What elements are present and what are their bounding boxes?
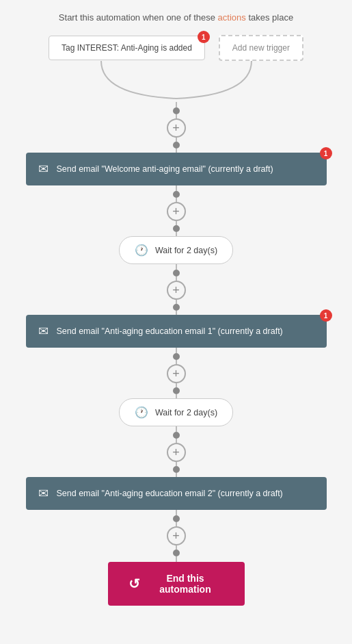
flow-item-4: + ✉ Send email "Anti-aging education ema… (7, 426, 345, 510)
flow-item-2: + 1 ✉ Send email "Anti-aging education e… (7, 264, 345, 348)
refresh-icon: ↺ (128, 576, 140, 592)
step-node (173, 466, 180, 473)
existing-trigger[interactable]: 1 Tag INTEREST: Anti-Aging is added (49, 36, 205, 60)
action-label-0: Send email "Welcome anti-aging email" (c… (57, 164, 273, 174)
end-automation-label: End this automation (147, 573, 224, 595)
add-step-button-2[interactable]: + (167, 281, 186, 300)
flow-item-3: + 🕐 Wait for 2 day(s) (7, 348, 345, 426)
step-node (173, 107, 180, 114)
step-node (173, 550, 180, 556)
mail-icon: ✉ (38, 162, 49, 177)
action-label-2: Send email "Anti-aging education email 2… (57, 489, 283, 498)
end-automation-button[interactable]: ↺ End this automation (108, 562, 245, 606)
flow-item-end: + ↺ End this automation (7, 510, 345, 606)
automation-canvas: Start this automation when one of these … (0, 0, 352, 626)
vline (176, 102, 177, 107)
add-step-button-4[interactable]: + (167, 443, 186, 462)
wait-label-1: Wait for 2 day(s) (155, 408, 217, 417)
vline (176, 510, 177, 515)
step-node (173, 432, 180, 439)
action-badge-1: 1 (320, 309, 332, 322)
add-step-button-end[interactable]: + (167, 526, 186, 545)
wait-block-1[interactable]: 🕐 Wait for 2 day(s) (119, 398, 233, 426)
trigger-area: 1 Tag INTEREST: Anti-Aging is added Add … (7, 35, 345, 102)
header-description: Start this automation when one of these … (7, 12, 345, 23)
add-step-button-1[interactable]: + (167, 202, 186, 221)
wait-block-0[interactable]: 🕐 Wait for 2 day(s) (119, 236, 233, 264)
step-node (173, 225, 180, 232)
flow-item-1: + 🕐 Wait for 2 day(s) (7, 185, 345, 264)
add-trigger-button[interactable]: Add new trigger (219, 35, 303, 61)
add-step-button-0[interactable]: + (167, 118, 186, 138)
step-node (173, 142, 180, 149)
vline (176, 185, 177, 191)
step-node (173, 191, 180, 198)
action-badge-0: 1 (320, 147, 332, 159)
add-step-button-3[interactable]: + (167, 364, 186, 383)
add-trigger-label: Add new trigger (232, 43, 290, 53)
mail-icon: ✉ (38, 324, 49, 339)
action-block-0[interactable]: 1 ✉ Send email "Welcome anti-aging email… (26, 153, 327, 185)
step-node (173, 304, 180, 311)
action-label-1: Send email "Anti-aging education email 1… (57, 326, 283, 336)
action-block-2[interactable]: ✉ Send email "Anti-aging education email… (26, 477, 327, 510)
clock-icon: 🕐 (135, 406, 148, 419)
step-node (173, 387, 180, 394)
vline (176, 426, 177, 432)
trigger-connector-svg (26, 61, 327, 102)
step-node (173, 515, 180, 522)
trigger-badge: 1 (198, 31, 210, 43)
mail-icon: ✉ (38, 486, 49, 501)
trigger-boxes-row: 1 Tag INTEREST: Anti-Aging is added Add … (49, 35, 303, 61)
step-node (173, 270, 180, 276)
vline (176, 264, 177, 270)
vline (176, 348, 177, 353)
clock-icon: 🕐 (135, 244, 148, 257)
wait-label-0: Wait for 2 day(s) (155, 246, 217, 255)
flow-item-0: + 1 ✉ Send email "Welcome anti-aging ema… (7, 102, 345, 185)
action-block-1[interactable]: 1 ✉ Send email "Anti-aging education ema… (26, 315, 327, 348)
trigger-label: Tag INTEREST: Anti-Aging is added (62, 43, 192, 53)
vline (176, 556, 177, 562)
step-node (173, 353, 180, 360)
